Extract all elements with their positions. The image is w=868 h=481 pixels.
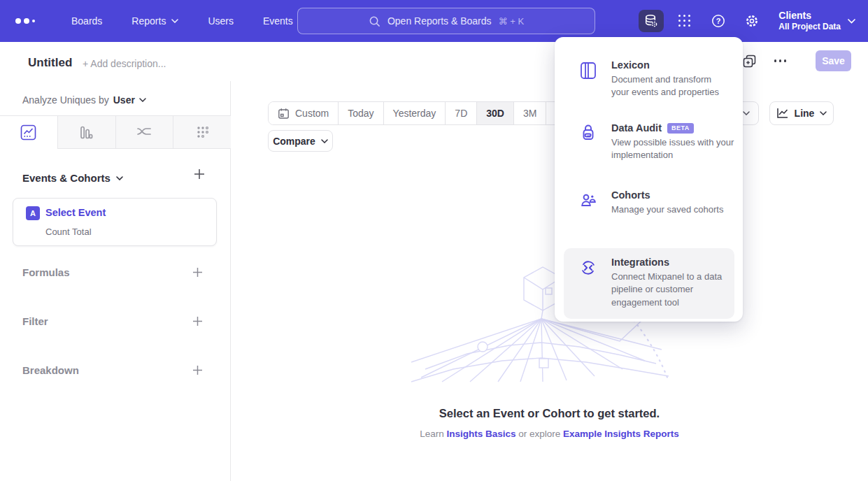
plus-icon bbox=[192, 267, 203, 278]
flow-icon bbox=[136, 124, 152, 141]
settings-button[interactable] bbox=[739, 10, 764, 32]
chevron-down-icon bbox=[820, 111, 827, 115]
menu-item-description: View possible issues with your implement… bbox=[611, 136, 743, 162]
project-name: All Project Data bbox=[778, 22, 841, 32]
empty-state-links: Learn Insights Basics or explore Example… bbox=[231, 429, 868, 439]
formulas-label: Formulas bbox=[22, 266, 70, 278]
project-switcher[interactable]: Clients All Project Data bbox=[778, 10, 855, 33]
add-event-button[interactable] bbox=[194, 168, 205, 180]
help-button[interactable]: ? bbox=[706, 10, 731, 32]
menu-item-cohorts[interactable]: Cohorts Manage your saved cohorts bbox=[555, 189, 743, 216]
range-custom-button[interactable]: Custom bbox=[269, 102, 339, 124]
duplicate-icon[interactable] bbox=[743, 55, 756, 68]
event-series-badge: A bbox=[26, 206, 40, 220]
menu-item-title: Cohorts bbox=[611, 189, 650, 201]
report-actions: Save bbox=[743, 50, 852, 71]
range-yesterday-button[interactable]: Yesterday bbox=[384, 102, 446, 124]
chart-style-dropdown[interactable]: Line bbox=[769, 101, 834, 125]
add-breakdown-button[interactable] bbox=[192, 365, 203, 375]
integrations-icon bbox=[580, 259, 597, 277]
filter-section: Filter bbox=[22, 313, 208, 329]
cohorts-icon bbox=[580, 192, 597, 208]
plus-icon bbox=[194, 168, 205, 180]
nav-item-label: Events bbox=[263, 15, 293, 27]
chevron-down-icon bbox=[743, 111, 750, 115]
line-chart-icon bbox=[776, 108, 789, 119]
date-range-group: Custom Today Yesterday 7D 30D 3M 6M bbox=[268, 101, 579, 125]
search-icon bbox=[369, 15, 380, 27]
event-aggregation-label[interactable]: Count Total bbox=[45, 227, 92, 237]
nav-item-boards[interactable]: Boards bbox=[71, 15, 102, 27]
menu-item-data-audit[interactable]: Data Audit BETA View possible issues wit… bbox=[555, 122, 743, 162]
filter-label: Filter bbox=[22, 315, 48, 327]
nav-item-label: Reports bbox=[131, 15, 166, 27]
menu-item-description: Manage your saved cohorts bbox=[611, 203, 723, 216]
compare-label: Compare bbox=[273, 136, 315, 147]
nav-links: Boards Reports Users Events bbox=[71, 15, 293, 27]
events-cohorts-header[interactable]: Events & Cohorts bbox=[22, 172, 123, 184]
query-sidebar: Analyze Uniques by User bbox=[0, 81, 231, 481]
select-event-label[interactable]: Select Event bbox=[45, 207, 106, 218]
nav-item-reports[interactable]: Reports bbox=[131, 15, 178, 27]
menu-item-title: Data Audit bbox=[611, 122, 662, 134]
nav-item-label: Boards bbox=[71, 15, 102, 27]
range-7d-button[interactable]: 7D bbox=[446, 102, 477, 124]
tab-flow-chart[interactable] bbox=[115, 116, 173, 149]
beta-badge: BETA bbox=[667, 123, 694, 134]
tab-metric-grid[interactable] bbox=[173, 116, 231, 149]
analyze-unit-dropdown[interactable]: User bbox=[113, 94, 146, 106]
save-button[interactable]: Save bbox=[816, 50, 851, 71]
data-management-button[interactable] bbox=[639, 10, 664, 32]
database-gear-icon bbox=[643, 13, 659, 29]
add-filter-button[interactable] bbox=[192, 316, 203, 326]
add-formula-button[interactable] bbox=[192, 267, 203, 278]
example-reports-link[interactable]: Example Insights Reports bbox=[563, 429, 679, 439]
range-label: Today bbox=[348, 108, 373, 119]
range-label: 7D bbox=[455, 108, 467, 119]
range-today-button[interactable]: Today bbox=[339, 102, 383, 124]
breakdown-section: Breakdown bbox=[22, 362, 208, 378]
menu-item-integrations[interactable]: Integrations Connect Mixpanel to a data … bbox=[564, 248, 734, 319]
search-placeholder: Open Reports & Boards bbox=[387, 15, 492, 27]
menu-item-title: Lexicon bbox=[611, 59, 650, 71]
analyze-label: Analyze Uniques by bbox=[22, 94, 109, 106]
app-root: Boards Reports Users Events Open Reports… bbox=[0, 0, 868, 481]
nav-item-users[interactable]: Users bbox=[208, 15, 234, 27]
menu-item-description: Connect Mixpanel to a data pipeline or c… bbox=[611, 271, 727, 309]
gear-icon bbox=[744, 13, 760, 29]
plus-icon bbox=[192, 316, 203, 326]
range-30d-button[interactable]: 30D bbox=[477, 102, 514, 124]
menu-item-lexicon[interactable]: Lexicon Document and transform your even… bbox=[555, 59, 743, 99]
range-3m-button[interactable]: 3M bbox=[514, 102, 546, 124]
question-circle-icon: ? bbox=[711, 13, 726, 29]
range-label: Custom bbox=[295, 108, 329, 119]
org-name: Clients bbox=[778, 10, 841, 22]
event-card[interactable]: A Select Event Count Total bbox=[13, 198, 217, 246]
report-title[interactable]: Untitled bbox=[28, 56, 72, 70]
calendar-icon bbox=[278, 108, 290, 120]
line-chart-icon bbox=[20, 124, 36, 141]
add-description-field[interactable]: + Add description... bbox=[83, 58, 166, 69]
menu-item-title: Integrations bbox=[611, 257, 669, 268]
nav-item-label: Users bbox=[208, 15, 234, 27]
lexicon-icon bbox=[580, 62, 597, 80]
nav-item-events[interactable]: Events bbox=[263, 15, 293, 27]
svg-text:?: ? bbox=[716, 17, 721, 25]
tab-line-chart[interactable] bbox=[0, 116, 57, 149]
explore-text: or explore bbox=[518, 429, 560, 439]
breakdown-label: Breakdown bbox=[22, 364, 79, 376]
compare-dropdown[interactable]: Compare bbox=[268, 130, 333, 152]
more-options-icon[interactable] bbox=[774, 59, 787, 62]
chevron-down-icon bbox=[139, 98, 146, 102]
global-search-input[interactable]: Open Reports & Boards ⌘ + K bbox=[297, 8, 595, 34]
metric-grid-icon bbox=[194, 124, 211, 141]
insights-basics-link[interactable]: Insights Basics bbox=[446, 429, 515, 439]
top-navbar: Boards Reports Users Events Open Reports… bbox=[0, 0, 868, 42]
tab-bar-chart[interactable] bbox=[57, 116, 115, 149]
data-audit-icon bbox=[580, 124, 597, 143]
chevron-down-icon bbox=[116, 176, 123, 180]
mixpanel-logo-icon[interactable] bbox=[15, 18, 41, 24]
events-cohorts-label: Events & Cohorts bbox=[22, 172, 111, 184]
chevron-down-icon bbox=[321, 139, 328, 143]
apps-grid-button[interactable] bbox=[672, 10, 697, 32]
